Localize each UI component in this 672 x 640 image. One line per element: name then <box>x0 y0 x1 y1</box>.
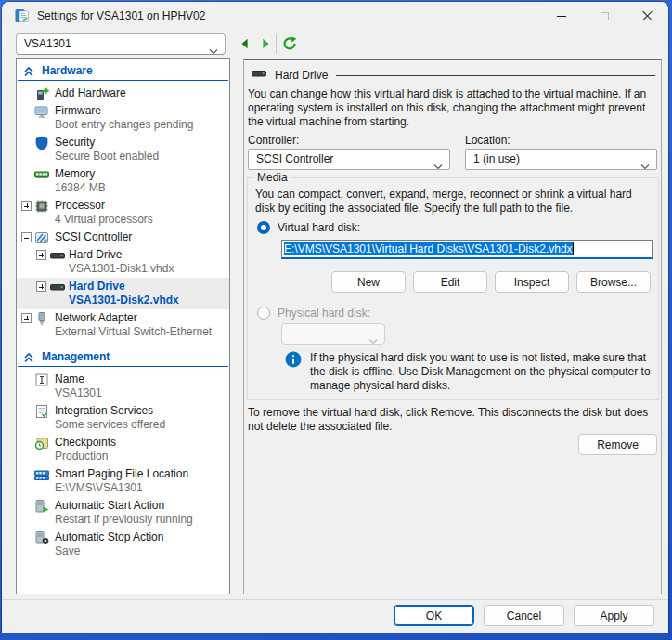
vm-selector-value: VSA1301 <box>24 37 71 50</box>
expander-plus-icon[interactable] <box>36 281 46 292</box>
remove-button[interactable]: Remove <box>578 434 657 455</box>
info-icon <box>285 351 302 368</box>
section-title: Hardware <box>42 64 93 77</box>
section-title: Management <box>42 350 110 363</box>
physical-disk-info: If the physical hard disk you want to us… <box>285 351 653 393</box>
item-sublabel: External Virtual Switch-Ethernet <box>55 325 227 339</box>
item-sublabel: Secure Boot enabled <box>55 150 227 163</box>
media-group: Media You can compact, convert, expand, … <box>247 177 659 400</box>
add-hardware-icon <box>34 86 49 101</box>
memory-icon <box>34 167 49 182</box>
navigate-back-button[interactable] <box>237 35 253 52</box>
checkpoints-icon <box>34 436 49 451</box>
auto-start-icon <box>34 499 49 514</box>
expander-minus-icon[interactable] <box>21 232 32 242</box>
expander-plus-icon[interactable] <box>21 201 32 211</box>
collapse-chevron-icon <box>23 352 34 366</box>
close-button[interactable] <box>626 2 668 30</box>
sidebar-item-hard-drive-2-selected[interactable]: Hard Drive VSA1301-Disk2.vhdx <box>17 278 229 309</box>
item-sublabel: VSA1301-Disk1.vhdx <box>69 262 227 276</box>
titlebar: Settings for VSA1301 on HPHV02 <box>2 2 668 30</box>
sidebar-item-name[interactable]: Name VSA1301 <box>17 371 229 402</box>
window-title: Settings for VSA1301 on HPHV02 <box>37 2 205 30</box>
physical-hard-disk-radio: Physical hard disk: <box>257 307 370 320</box>
sidebar-item-add-hardware[interactable]: Add Hardware <box>17 85 229 102</box>
navigate-forward-button[interactable] <box>257 35 274 52</box>
sidebar-item-processor[interactable]: Processor 4 Virtual processors <box>17 197 229 229</box>
back-arrow-icon <box>239 37 252 50</box>
virtual-hard-disk-label: Virtual hard disk: <box>278 221 360 234</box>
item-label: Checkpoints <box>55 436 227 450</box>
chevron-down-icon <box>433 157 443 171</box>
hard-drive-icon <box>50 248 65 263</box>
cancel-button[interactable]: Cancel <box>484 605 564 626</box>
management-section-header[interactable]: Management <box>18 348 228 367</box>
sidebar-item-hard-drive-1[interactable]: Hard Drive VSA1301-Disk1.vhdx <box>17 246 229 278</box>
edit-button[interactable]: Edit <box>413 271 487 293</box>
refresh-button[interactable] <box>281 35 298 52</box>
location-select[interactable]: 1 (in use) <box>465 149 657 170</box>
item-sublabel: VSA1301 <box>55 386 227 400</box>
network-adapter-icon <box>34 311 49 326</box>
ok-button[interactable]: OK <box>394 605 474 626</box>
item-label: Automatic Start Action <box>55 499 227 513</box>
sidebar-item-security[interactable]: Security Secure Boot enabled <box>17 134 229 165</box>
controller-select[interactable]: SCSI Controller <box>248 149 450 170</box>
hard-drive-icon <box>252 66 266 84</box>
chevron-down-icon <box>368 332 378 346</box>
hard-drive-icon <box>50 280 65 294</box>
processor-icon <box>34 199 49 214</box>
inspect-button[interactable]: Inspect <box>495 271 569 293</box>
item-label: Hard Drive <box>69 248 227 262</box>
sidebar-item-scsi-controller[interactable]: SCSI Controller <box>17 229 229 246</box>
expander-plus-icon[interactable] <box>21 313 32 323</box>
sidebar-item-automatic-stop-action[interactable]: Automatic Stop Action Save <box>17 529 229 560</box>
integration-services-icon <box>34 404 49 419</box>
sidebar-item-firmware[interactable]: Firmware Boot entry changes pending <box>17 102 229 134</box>
hardware-section-header[interactable]: Hardware <box>18 62 228 81</box>
controller-label: Controller: <box>248 134 299 147</box>
sidebar-item-smart-paging-file-location[interactable]: Smart Paging File Location E:\VMS\VSA130… <box>17 465 229 497</box>
new-button[interactable]: New <box>331 271 406 293</box>
remove-note-text: To remove the virtual hard disk, click R… <box>248 406 658 434</box>
item-sublabel: Production <box>55 450 227 464</box>
item-label: Network Adapter <box>55 311 227 325</box>
item-label: Automatic Stop Action <box>55 530 227 544</box>
close-icon <box>641 10 653 21</box>
radio-selected-icon <box>257 221 270 234</box>
rename-icon <box>34 372 49 387</box>
sidebar-item-network-adapter[interactable]: Network Adapter External Virtual Switch-… <box>17 309 229 341</box>
sidebar-item-automatic-start-action[interactable]: Automatic Start Action Restart if previo… <box>17 497 229 529</box>
minimize-button[interactable] <box>540 2 583 30</box>
header-rule <box>336 75 655 76</box>
item-label: Hard Drive <box>69 280 227 294</box>
item-label: Processor <box>55 199 227 213</box>
apply-button[interactable]: Apply <box>574 605 654 626</box>
path-selected-text: E:\VMS\VSA1301\Virtual Hard Disks\VSA130… <box>284 242 573 255</box>
expander-plus-icon[interactable] <box>36 250 46 260</box>
sidebar: Hardware Add Hardware Firmware Boot entr… <box>16 58 230 594</box>
physical-disk-select <box>281 323 385 345</box>
item-label: Add Hardware <box>55 86 227 100</box>
item-sublabel: VSA1301-Disk2.vhdx <box>69 294 227 307</box>
item-label: Security <box>55 136 227 150</box>
item-label: Smart Paging File Location <box>55 467 227 481</box>
sidebar-item-integration-services[interactable]: Integration Services Some services offer… <box>17 402 229 434</box>
browse-button[interactable]: Browse... <box>576 271 651 293</box>
forward-arrow-icon <box>259 37 272 50</box>
item-sublabel: 4 Virtual processors <box>55 213 227 227</box>
virtual-hard-disk-radio[interactable]: Virtual hard disk: <box>257 221 360 234</box>
sidebar-item-memory[interactable]: Memory 16384 MB <box>17 165 229 197</box>
settings-window: Settings for VSA1301 on HPHV02 VSA1301 H… <box>2 2 668 633</box>
sidebar-item-checkpoints[interactable]: Checkpoints Production <box>17 434 229 465</box>
virtual-hard-disk-path-input[interactable]: E:\VMS\VSA1301\Virtual Hard Disks\VSA130… <box>281 240 653 259</box>
main-panel: Hard Drive You can change how this virtu… <box>243 59 662 594</box>
location-label: Location: <box>465 134 510 147</box>
item-sublabel: 16384 MB <box>55 181 227 195</box>
controller-value: SCSI Controller <box>256 152 333 165</box>
text-caret <box>573 242 574 255</box>
physical-hard-disk-label: Physical hard disk: <box>278 307 370 320</box>
item-sublabel: Restart if previously running <box>55 513 227 527</box>
item-sublabel: E:\VMS\VSA1301 <box>55 481 227 495</box>
vm-selector[interactable]: VSA1301 <box>16 33 226 55</box>
